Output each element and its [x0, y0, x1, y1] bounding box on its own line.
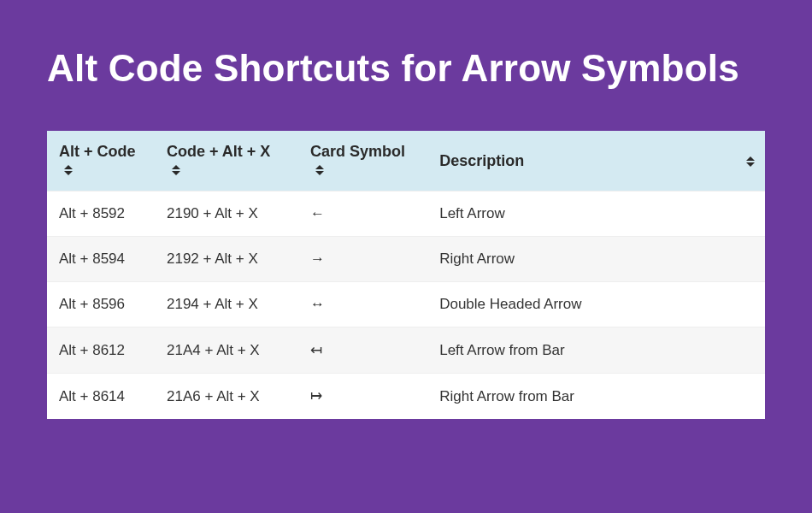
cell-symbol: ↔ — [298, 282, 427, 327]
column-label: Alt + Code — [59, 143, 136, 160]
cell-hex-code: 2190 + Alt + X — [155, 192, 298, 237]
cell-alt-code: Alt + 8594 — [47, 237, 155, 282]
column-label: Card Symbol — [310, 143, 405, 160]
table-row: Alt + 8612 21A4 + Alt + X ↤ Left Arrow f… — [47, 327, 765, 374]
sort-icon[interactable] — [172, 165, 180, 175]
cell-description: Left Arrow — [427, 192, 765, 237]
cell-symbol: ↤ — [298, 327, 427, 374]
cell-symbol: ↦ — [298, 374, 427, 420]
cell-symbol: ← — [298, 192, 427, 237]
sort-icon[interactable] — [746, 156, 755, 167]
cell-hex-code: 2194 + Alt + X — [155, 282, 298, 327]
table-row: Alt + 8614 21A6 + Alt + X ↦ Right Arrow … — [47, 374, 765, 420]
cell-alt-code: Alt + 8592 — [47, 192, 155, 237]
column-header-alt-code[interactable]: Alt + Code — [47, 131, 155, 192]
cell-description: Right Arrow from Bar — [427, 374, 765, 420]
column-header-description[interactable]: Description — [427, 131, 765, 192]
sort-icon[interactable] — [64, 165, 73, 175]
cell-alt-code: Alt + 8612 — [47, 327, 155, 374]
table-header-row: Alt + Code Code + Alt + X Card Symbol De… — [47, 131, 765, 192]
cell-hex-code: 2192 + Alt + X — [155, 237, 298, 282]
table-row: Alt + 8596 2194 + Alt + X ↔ Double Heade… — [47, 282, 765, 327]
column-header-hex-code[interactable]: Code + Alt + X — [155, 131, 298, 192]
cell-description: Double Headed Arrow — [427, 282, 765, 327]
column-label: Description — [439, 152, 524, 169]
table-row: Alt + 8594 2192 + Alt + X → Right Arrow — [47, 237, 765, 282]
cell-description: Right Arrow — [427, 237, 765, 282]
cell-hex-code: 21A6 + Alt + X — [155, 374, 298, 420]
alt-code-table: Alt + Code Code + Alt + X Card Symbol De… — [47, 131, 765, 419]
cell-symbol: → — [298, 237, 427, 282]
table-row: Alt + 8592 2190 + Alt + X ← Left Arrow — [47, 192, 765, 237]
cell-hex-code: 21A4 + Alt + X — [155, 327, 298, 374]
cell-alt-code: Alt + 8596 — [47, 282, 155, 327]
column-label: Code + Alt + X — [167, 143, 270, 160]
sort-icon[interactable] — [315, 165, 324, 175]
cell-description: Left Arrow from Bar — [427, 327, 765, 374]
page-title: Alt Code Shortcuts for Arrow Symbols — [47, 47, 765, 90]
column-header-symbol[interactable]: Card Symbol — [298, 131, 427, 192]
cell-alt-code: Alt + 8614 — [47, 374, 155, 420]
